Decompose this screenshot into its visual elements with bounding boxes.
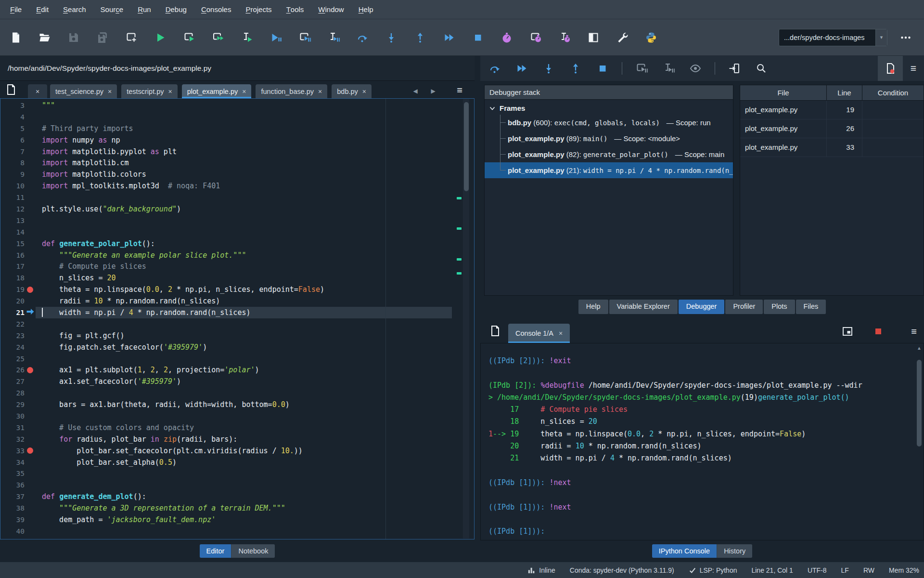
gutter-marker[interactable]	[25, 287, 35, 293]
browse-console-tabs-button[interactable]	[489, 325, 501, 339]
editor-options-menu-button[interactable]: ≡	[451, 83, 468, 97]
code-line[interactable]: 4	[0, 111, 462, 123]
code-line[interactable]: 10import mpl_toolkits.mplot3d # noqa: F4…	[0, 180, 462, 192]
code-line[interactable]: 40	[0, 525, 462, 537]
new-cell-button[interactable]	[123, 29, 140, 46]
tab-variable-explorer[interactable]: Variable Explorer	[609, 300, 678, 314]
code-line[interactable]: 22	[0, 318, 462, 330]
switch-history[interactable]: History	[717, 544, 752, 558]
debug-cell-button[interactable]	[296, 29, 313, 46]
menu-edit[interactable]: Edit	[29, 0, 56, 19]
code-line[interactable]: 18 n_slices = 20	[0, 272, 462, 284]
run-cell-advance-button[interactable]	[210, 29, 226, 46]
menu-consoles[interactable]: Consoles	[194, 0, 239, 19]
run-cell-button[interactable]	[181, 29, 197, 46]
code-line[interactable]: 8import matplotlib.cm	[0, 157, 462, 169]
code-line[interactable]: 25	[0, 353, 462, 365]
step-out-button[interactable]	[568, 61, 583, 76]
debug-cell-gray-button[interactable]	[634, 61, 649, 76]
stack-frame[interactable]: plot_example.py (89): main()— Scope: <mo…	[485, 131, 733, 146]
code-line[interactable]: 5# Third party imports	[0, 123, 462, 134]
stack-frame[interactable]: bdb.py (600): exec(cmd, globals, locals)…	[485, 115, 733, 131]
gutter-marker[interactable]	[25, 447, 35, 454]
code-line[interactable]: 28	[0, 387, 462, 399]
close-icon[interactable]: ×	[242, 88, 246, 95]
code-line[interactable]: 24 fig.patch.set_facecolor('#395979')	[0, 342, 462, 353]
more-options-button[interactable]	[896, 29, 915, 46]
step-over-button[interactable]	[487, 61, 502, 76]
close-icon[interactable]: ×	[559, 329, 563, 337]
code-line[interactable]: 17 # Compute pie slices	[0, 261, 462, 272]
code-editor[interactable]: 3"""45# Third party imports6import numpy…	[0, 98, 475, 539]
code-line[interactable]: 27 ax1.set_facecolor('#395979')	[0, 376, 462, 387]
working-directory-combo[interactable]: ...der/spyder-docs-images ▾	[779, 29, 887, 46]
code-line[interactable]: 14	[0, 226, 462, 238]
code-line[interactable]: 7import matplotlib.pyplot as plt	[0, 146, 462, 158]
maximize-pane-button[interactable]	[585, 29, 602, 46]
console-options-menu-button[interactable]: ≡	[907, 325, 921, 338]
scroll-up-icon[interactable]: ▲	[916, 345, 922, 351]
menu-source[interactable]: Source	[93, 0, 131, 19]
console-scrollbar-thumb[interactable]	[917, 360, 922, 447]
code-line[interactable]: 38 """Generate a 3D representation of a …	[0, 502, 462, 514]
editor-tab-test_science.py[interactable]: test_science.py×	[50, 84, 117, 98]
close-icon[interactable]: ×	[362, 88, 366, 95]
search-button[interactable]	[754, 61, 769, 76]
stop-button[interactable]	[470, 29, 486, 46]
open-inspector-button[interactable]	[840, 325, 855, 338]
profile-selection-button[interactable]	[556, 29, 573, 46]
code-line[interactable]: 9import matplotlib.colors	[0, 169, 462, 180]
run-file-button[interactable]	[152, 29, 168, 46]
code-line[interactable]: 23 fig = plt.gcf()	[0, 330, 462, 342]
code-line[interactable]: 6import numpy as np	[0, 134, 462, 146]
code-line[interactable]: 13	[0, 215, 462, 226]
code-line[interactable]: 33 plot_bar.set_facecolor(plt.cm.viridis…	[0, 445, 462, 457]
close-icon[interactable]: ×	[318, 88, 322, 95]
browse-tabs-button[interactable]	[4, 83, 18, 96]
debugger-options-menu-button[interactable]: ≡	[903, 56, 924, 81]
continue-button[interactable]	[441, 29, 457, 46]
save-button[interactable]	[65, 29, 82, 46]
close-icon[interactable]: ×	[168, 88, 172, 95]
save-all-button[interactable]	[94, 29, 111, 46]
gutter-marker[interactable]	[25, 367, 35, 373]
menu-file[interactable]: File	[3, 0, 29, 19]
code-line[interactable]: 41 with np.load(dem_path) as dem:	[0, 537, 462, 539]
menu-search[interactable]: Search	[56, 0, 93, 19]
breakpoints-list-button[interactable]	[878, 56, 903, 81]
code-line[interactable]: 3"""	[0, 100, 462, 111]
dropdown-icon[interactable]: ▾	[875, 29, 887, 46]
code-line[interactable]: 12plt.style.use("dark_background")	[0, 203, 462, 215]
editor-tab-function_base.py[interactable]: function_base.py×	[256, 84, 327, 98]
switch-editor[interactable]: Editor	[200, 544, 232, 558]
code-line[interactable]: 34 plot_bar.set_alpha(0.5)	[0, 457, 462, 468]
continue-button[interactable]	[514, 61, 529, 76]
open-folder-button[interactable]	[37, 29, 53, 46]
tab-debugger[interactable]: Debugger	[679, 300, 725, 314]
menu-window[interactable]: Window	[311, 0, 351, 19]
step-into-button[interactable]	[541, 61, 556, 76]
gutter-marker[interactable]	[25, 308, 35, 317]
breakpoint-row[interactable]: plot_example.py26	[740, 119, 924, 138]
menu-run[interactable]: Run	[130, 0, 158, 19]
step-out-button[interactable]	[412, 29, 428, 46]
scroll-tabs-right-button[interactable]: ▶	[426, 85, 440, 97]
column-header-file[interactable]: File	[740, 85, 826, 100]
new-file-button[interactable]	[8, 29, 24, 46]
code-line[interactable]: 32 for radius, plot_bar in zip(radii, ba…	[0, 434, 462, 445]
editor-tab-bdb.py[interactable]: bdb.py×	[332, 84, 372, 98]
python-path-button[interactable]	[643, 29, 659, 46]
switch-notebook[interactable]: Notebook	[231, 544, 275, 558]
breakpoint-row[interactable]: plot_example.py19	[740, 101, 924, 119]
stop-button[interactable]	[595, 61, 610, 76]
breakpoint-icon[interactable]	[27, 447, 33, 454]
code-line[interactable]: 26 ax1 = plt.subplot(1, 2, 2, projection…	[0, 364, 462, 376]
menu-help[interactable]: Help	[351, 0, 381, 19]
tab-help[interactable]: Help	[578, 300, 608, 314]
column-header-line[interactable]: Line	[826, 85, 862, 100]
column-header-condition[interactable]: Condition	[862, 85, 924, 100]
menu-debug[interactable]: Debug	[158, 0, 194, 19]
working-directory-value[interactable]: ...der/spyder-docs-images	[779, 34, 875, 41]
code-line[interactable]: 35	[0, 468, 462, 480]
editor-tab-testscript.py[interactable]: testscript.py×	[121, 84, 178, 98]
